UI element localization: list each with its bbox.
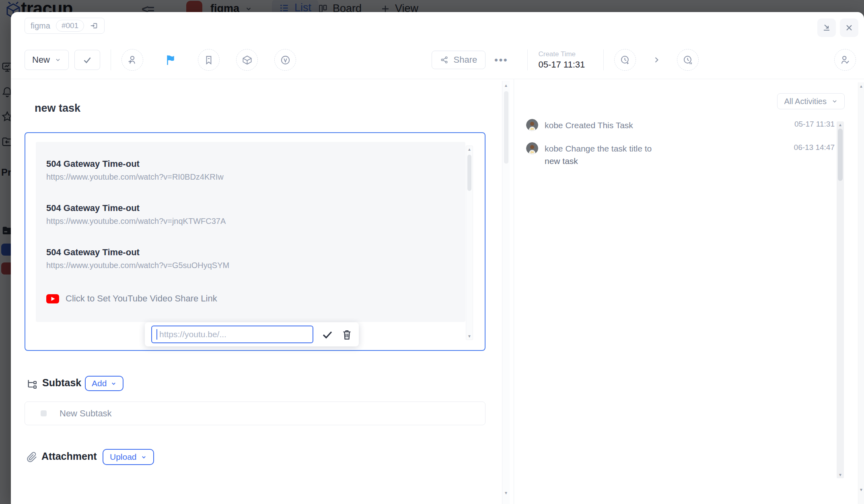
youtube-link-item: 504 Gateway Time-out https://www.youtube… <box>46 203 465 226</box>
badge-project-name: figma <box>31 21 50 31</box>
upload-label: Upload <box>110 452 137 462</box>
share-button[interactable]: Share <box>432 51 486 69</box>
person-check-icon <box>839 54 851 66</box>
scroll-up-arrow[interactable]: ▲ <box>502 83 510 88</box>
cube-icon <box>242 55 253 66</box>
create-time-label: Create Time <box>538 50 591 58</box>
toolbar-divider <box>603 49 604 70</box>
scrollbar-thumb[interactable] <box>467 155 471 191</box>
linkbox-scrollbar[interactable]: ▲ ▼ <box>466 145 473 340</box>
module-button[interactable] <box>236 49 258 71</box>
share-icon <box>440 55 449 64</box>
scroll-down-arrow[interactable]: ▼ <box>502 491 510 495</box>
youtube-url-input[interactable] <box>151 326 313 343</box>
link-url: https://www.youtube.com/watch?v=jnqKTWFC… <box>46 217 465 226</box>
task-title[interactable]: new task <box>35 102 80 115</box>
task-tag-badge[interactable]: figma #001 <box>25 18 105 34</box>
minimize-icon <box>822 23 831 33</box>
bookmark-button[interactable] <box>198 49 220 71</box>
scrollbar-thumb[interactable] <box>838 129 843 181</box>
scroll-down-arrow[interactable]: ▼ <box>466 334 473 338</box>
subtask-heading: Subtask <box>42 377 81 389</box>
youtube-cta-label: Click to Set YouTube Video Share Link <box>66 293 217 304</box>
activity-filter-label: All Activities <box>784 97 827 106</box>
activity-timestamp: 05-17 11:31 <box>794 120 835 129</box>
activity-item: 24 kobe Change the task title to new tas… <box>526 142 835 167</box>
scroll-up-arrow[interactable]: ▲ <box>837 123 844 127</box>
svg-text:24: 24 <box>531 151 534 154</box>
new-status-dropdown[interactable]: New <box>25 50 69 70</box>
content-scrollbar[interactable]: ▲ ▼ <box>502 81 510 504</box>
clock-pause-icon <box>683 55 693 66</box>
add-subtask-label: Add <box>92 379 107 388</box>
priority-flag-button[interactable] <box>160 49 181 71</box>
scroll-up-arrow[interactable]: ▲ <box>858 84 864 88</box>
text-cursor <box>156 329 157 340</box>
close-icon <box>844 23 854 33</box>
more-options-button[interactable]: ••• <box>494 54 508 66</box>
new-subtask-row[interactable]: New Subtask <box>25 402 485 425</box>
activity-text: kobe Change the task title to new task <box>545 142 788 167</box>
scrollbar-thumb[interactable] <box>504 91 508 164</box>
link-title: 504 Gateway Time-out <box>46 203 465 213</box>
attachment-heading: Attachment <box>41 451 97 462</box>
assign-user-button[interactable] <box>121 49 143 71</box>
youtube-link-list: 504 Gateway Time-out https://www.youtube… <box>36 142 465 322</box>
avatar: 24 <box>526 119 538 131</box>
version-v-icon <box>280 55 291 66</box>
badge-task-id: #001 <box>56 20 84 32</box>
chevron-right-icon <box>652 56 660 64</box>
share-label: Share <box>454 55 477 65</box>
scroll-down-arrow[interactable]: ▼ <box>837 473 844 477</box>
task-detail-modal: figma #001 New <box>11 12 864 504</box>
youtube-url-popup <box>145 322 359 346</box>
activity-text: kobe Created This Task <box>545 119 788 131</box>
version-button[interactable] <box>274 49 296 71</box>
activity-scrollbar[interactable]: ▲ ▼ <box>837 121 844 478</box>
add-subtask-dropdown[interactable]: Add <box>85 376 123 391</box>
activity-filter-dropdown[interactable]: All Activities <box>777 93 845 109</box>
due-time-button[interactable] <box>677 49 699 71</box>
activity-user: kobe <box>545 121 563 130</box>
youtube-link-item: 504 Gateway Time-out https://www.youtube… <box>46 159 465 182</box>
task-content-panel: new task 504 Gateway Time-out https://ww… <box>11 79 514 504</box>
paperclip-icon <box>27 452 37 463</box>
assignee-icon <box>127 54 138 66</box>
confirm-check-icon[interactable] <box>321 328 333 340</box>
window-scrollbar[interactable]: ▲ ▼ <box>858 82 864 504</box>
chevron-down-icon <box>111 381 117 387</box>
activity-list: 24 kobe Created This Task 05-17 11:31 24 <box>526 119 835 178</box>
minimize-modal-button[interactable] <box>817 18 836 37</box>
scroll-up-arrow[interactable]: ▲ <box>466 147 473 152</box>
bookmark-icon <box>204 55 214 65</box>
link-url: https://www.youtube.com/watch?v=RI0BDz4K… <box>46 172 465 182</box>
copy-link-icon[interactable] <box>90 21 99 30</box>
set-youtube-link-button[interactable]: Click to Set YouTube Video Share Link <box>46 293 465 304</box>
subtask-tree-icon <box>27 379 38 390</box>
create-time-value: 05-17 11:31 <box>538 59 591 70</box>
create-time-block: Create Time 05-17 11:31 <box>538 50 591 70</box>
avatar: 24 <box>526 142 538 154</box>
toolbar-divider <box>111 49 111 70</box>
activity-timestamp: 06-13 14:47 <box>794 143 835 152</box>
youtube-link-item: 504 Gateway Time-out https://www.youtube… <box>46 247 465 270</box>
flag-icon <box>165 54 177 66</box>
clock-start-icon <box>620 55 631 66</box>
reviewer-button[interactable] <box>834 49 856 71</box>
upload-attachment-dropdown[interactable]: Upload <box>103 449 154 465</box>
close-modal-button[interactable] <box>840 18 858 37</box>
activity-action: Created This Task <box>565 121 633 130</box>
link-title: 504 Gateway Time-out <box>46 247 465 258</box>
new-subtask-label: New Subtask <box>60 408 112 419</box>
activity-panel: All Activities 24 kobe Created This Task <box>514 79 864 504</box>
start-time-button[interactable] <box>614 49 636 71</box>
activity-detail: new task <box>545 155 788 167</box>
activity-action: Change the task title to <box>565 144 652 153</box>
task-toolbar: New <box>25 47 856 72</box>
delete-trash-icon[interactable] <box>341 329 352 340</box>
complete-task-button[interactable] <box>74 50 100 70</box>
youtube-link-editor[interactable]: 504 Gateway Time-out https://www.youtube… <box>25 132 485 351</box>
scroll-down-arrow[interactable]: ▼ <box>858 488 864 492</box>
activity-item: 24 kobe Created This Task 05-17 11:31 <box>526 119 835 131</box>
youtube-icon <box>46 294 59 303</box>
